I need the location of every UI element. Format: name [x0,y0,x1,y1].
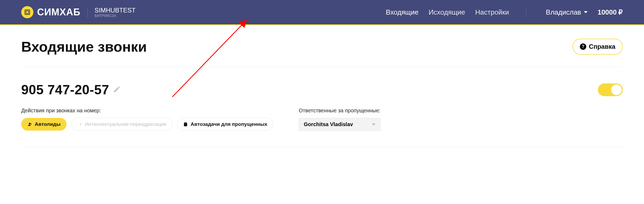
user-name: Владислав [546,8,581,16]
chip-smart-redirect[interactable]: Интеллектуальная переадресация [71,118,172,131]
nav-outgoing[interactable]: Исходящие [429,8,465,16]
nav-incoming[interactable]: Входящие [386,8,418,16]
clipboard-icon [183,122,188,127]
toggle-knob [611,85,622,95]
pencil-icon[interactable] [113,85,121,94]
chevron-down-icon [584,11,588,13]
svg-rect-1 [26,11,29,14]
user-plus-icon [27,122,32,127]
arrow-right-icon [77,122,82,127]
actions-label: Действия при звонках на номер: [21,108,273,114]
nav-settings[interactable]: Настройки [475,8,509,16]
brand-logo-icon [21,6,33,18]
brand-block: СИМХАБ [21,6,81,18]
user-menu[interactable]: Владислав [546,8,588,16]
phone-edit-block: 905 747-20-57 [21,82,121,97]
page-title: Входящие звонки [21,38,147,55]
responsible-column: Ответственные за пропущенные: Gorchitsa … [299,108,381,131]
brand-name: СИМХАБ [37,7,81,18]
page-title-row: Входящие звонки ? Справка [21,38,623,67]
chip-autoleads[interactable]: Автолиды [21,118,67,131]
main-content: Входящие звонки ? Справка 905 747-20-57 … [0,25,644,158]
account-title: SIMHUBTEST [95,7,136,14]
responsible-label: Ответственные за пропущенные: [299,108,381,114]
header-separator-2 [526,7,526,17]
balance[interactable]: 10000 ₽ [598,8,623,16]
account-subtitle: БИТРИКС24 [95,14,136,18]
help-button[interactable]: ? Справка [572,39,623,55]
chip-autotasks-label: Автозадачи для пропущенных [191,121,267,127]
app-header: СИМХАБ SIMHUBTEST БИТРИКС24 Входящие Исх… [0,0,644,25]
line-enabled-toggle[interactable] [598,83,623,96]
actions-chips: Автолиды Интеллектуальная переадресация … [21,118,273,131]
balance-value: 10000 [598,8,617,16]
chip-smart-redirect-label: Интеллектуальная переадресация [85,121,166,127]
chip-autotasks[interactable]: Автозадачи для пропущенных [177,118,273,131]
account-block[interactable]: SIMHUBTEST БИТРИКС24 [95,7,136,18]
header-separator [87,7,88,17]
ruble-icon: ₽ [618,8,623,16]
header-nav: Входящие Исходящие Настройки Владислав 1… [386,7,623,17]
question-icon: ? [580,43,586,50]
actions-column: Действия при звонках на номер: Автолиды … [21,108,273,131]
actions-row: Действия при звонках на номер: Автолиды … [21,108,623,147]
phone-line-row: 905 747-20-57 [21,82,623,97]
responsible-selected: Gorchitsa Vladislav [304,121,353,127]
help-button-label: Справка [589,43,615,50]
chevron-down-icon [372,123,376,126]
chip-autoleads-label: Автолиды [35,121,60,127]
svg-rect-0 [25,10,30,15]
responsible-select[interactable]: Gorchitsa Vladislav [299,118,381,131]
phone-number: 905 747-20-57 [21,82,109,97]
